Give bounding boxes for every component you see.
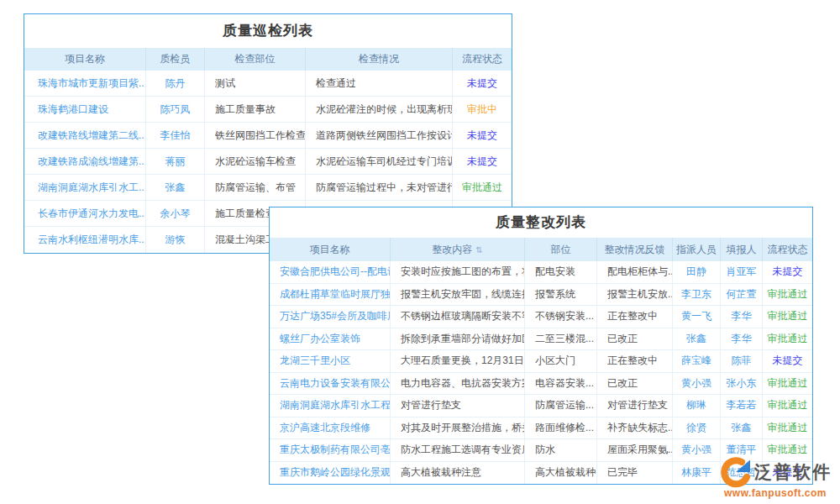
project-name-link[interactable]: 长春市伊通河水力发电...	[24, 201, 146, 226]
rectification-table-body: 安徽合肥供电公司--配电设备...安装时应按施工图的布置，将...配电安装配电柜…	[270, 261, 812, 484]
part-cell: 配电安装	[525, 261, 597, 283]
table-row: 珠海市城市更新项目紫...陈丹测试检查通过未提交	[24, 71, 512, 97]
project-name-link[interactable]: 湖南洞庭湖水库引水工程施工标	[270, 395, 391, 417]
part-cell: 防腐管运输...	[525, 395, 597, 417]
project-name-link[interactable]: 改建铁路成渝线增建第...	[24, 149, 146, 174]
part-cell: 电容器安装...	[525, 373, 597, 395]
feedback-cell: 正在整改中	[597, 306, 673, 328]
column-header-part: 部位	[525, 238, 597, 261]
reporter-link[interactable]: 何芷萱	[721, 284, 763, 306]
content-cell: 报警主机安放牢固，线缆连接...	[391, 284, 525, 306]
table-row: 改建铁路成渝线增建第...蒋丽水泥砼运输车检查水泥砼运输车司机经过专门培训...…	[24, 149, 512, 175]
project-name-link[interactable]: 云南电力设备安装有限公司20...	[270, 373, 391, 395]
status-text: 审批通过	[763, 328, 812, 350]
content-cell: 拆除到承重墙部分请做好加固...	[391, 328, 525, 350]
inspector-link[interactable]: 游恢	[146, 227, 205, 253]
column-header-label: 检查情况	[359, 52, 399, 66]
reporter-link[interactable]: 李华	[721, 306, 763, 328]
sort-icon[interactable]: ⇅	[475, 245, 482, 255]
table-row: 龙湖三千里小区大理石质量更换，12月31日之...小区大门正在整改中薛宝峰陈菲未…	[270, 350, 812, 373]
status-text: 审批中	[453, 97, 512, 122]
part-cell: 防腐管运输、布管	[205, 175, 306, 200]
feedback-cell: 对管进行垫支	[597, 395, 673, 417]
assignee-link[interactable]: 黄小强	[673, 439, 721, 461]
inspector-link[interactable]: 陈丹	[146, 71, 205, 96]
inspector-link[interactable]: 张鑫	[146, 175, 205, 200]
table-row: 珠海鹤港口建设陈巧凤施工质量事故水泥砼灌注的时候，出现离析现象审批中	[24, 97, 512, 123]
content-cell: 不锈钢边框玻璃隔断安装不牢...	[391, 306, 525, 328]
situation-cell: 防腐管运输过程中，未对管进行...	[306, 175, 453, 200]
project-name-link[interactable]: 成都杜甫草堂临时展厅独立展...	[270, 284, 391, 306]
reporter-link[interactable]: 张小东	[721, 373, 763, 395]
column-header-content[interactable]: 整改内容⇅	[391, 238, 525, 261]
part-cell: 不锈钢安装...	[525, 306, 597, 328]
project-name-link[interactable]: 重庆太极制药有限公司亳州中...	[270, 439, 391, 461]
part-cell: 测试	[205, 71, 306, 96]
assignee-link[interactable]: 徐贤	[673, 417, 721, 439]
assignee-link[interactable]: 薛宝峰	[673, 350, 721, 372]
project-name-link[interactable]: 重庆市鹅岭公园绿化景观提升...	[270, 462, 391, 485]
feedback-cell: 已改正	[597, 373, 673, 395]
project-name-link[interactable]: 改建铁路线增建第二线...	[24, 123, 146, 148]
situation-cell: 水泥砼运输车司机经过专门培训...	[306, 149, 453, 174]
watermark: 泛普软件 www.fanpusoft.com	[719, 455, 832, 499]
column-header-project-name: 项目名称	[270, 238, 391, 261]
inspector-link[interactable]: 余小琴	[146, 201, 205, 226]
assignee-link[interactable]: 柳琳	[673, 395, 721, 417]
project-name-link[interactable]: 安徽合肥供电公司--配电设备...	[270, 261, 391, 283]
project-name-link[interactable]: 京沪高速北京段维修	[270, 417, 391, 439]
inspector-link[interactable]: 李佳怡	[146, 123, 205, 148]
rectification-table-header: 项目名称整改内容⇅部位整改情况反馈指派人员填报人流程状态	[270, 238, 812, 261]
column-header-part: 检查部位	[205, 48, 306, 71]
reporter-link[interactable]: 张鑫	[721, 417, 763, 439]
project-name-link[interactable]: 云南水利枢纽潜明水库...	[24, 227, 146, 253]
inspection-table-title: 质量巡检列表	[24, 14, 512, 48]
project-name-link[interactable]: 龙湖三千里小区	[270, 350, 391, 372]
column-header-label: 指派人员	[676, 243, 717, 257]
rectification-table: 质量整改列表 项目名称整改内容⇅部位整改情况反馈指派人员填报人流程状态 安徽合肥…	[269, 207, 813, 485]
assignee-link[interactable]: 黄小强	[673, 373, 721, 395]
column-header-label: 整改情况反馈	[605, 243, 665, 257]
reporter-link[interactable]: 肖亚军	[721, 261, 763, 283]
assignee-link[interactable]: 张鑫	[673, 328, 721, 350]
status-text: 审批通过	[763, 284, 812, 306]
feedback-cell: 屋面采用聚氨...	[597, 439, 673, 461]
project-name-link[interactable]: 万达广场35#会所及咖啡厅空...	[270, 306, 391, 328]
feedback-cell: 已改正	[597, 328, 673, 350]
assignee-link[interactable]: 林康平	[673, 462, 721, 485]
status-text: 未提交	[453, 71, 512, 96]
project-name-link[interactable]: 珠海市城市更新项目紫...	[24, 71, 146, 96]
reporter-link[interactable]: 陈菲	[721, 350, 763, 372]
status-text: 审批通过	[763, 306, 812, 328]
watermark-brand: 泛普软件	[754, 460, 832, 484]
assignee-link[interactable]: 田静	[673, 261, 721, 283]
feedback-cell: 报警主机安放...	[597, 284, 673, 306]
reporter-link[interactable]: 李若若	[721, 395, 763, 417]
status-text: 未提交	[763, 350, 812, 372]
assignee-link[interactable]: 李卫东	[673, 284, 721, 306]
table-row: 万达广场35#会所及咖啡厅空...不锈钢边框玻璃隔断安装不牢...不锈钢安装..…	[270, 306, 812, 328]
rectification-table-title: 质量整改列表	[270, 207, 812, 238]
table-row: 安徽合肥供电公司--配电设备...安装时应按施工图的布置，将...配电安装配电柜…	[270, 261, 812, 284]
part-cell: 路面维修检...	[525, 417, 597, 439]
column-header-situation: 检查情况	[306, 48, 453, 71]
part-cell: 小区大门	[525, 350, 597, 372]
situation-cell: 水泥砼灌注的时候，出现离析现象	[306, 97, 453, 122]
reporter-link[interactable]: 李华	[721, 328, 763, 350]
column-header-label: 流程状态	[462, 52, 502, 66]
status-text: 未提交	[453, 149, 512, 174]
status-text: 审批通过	[453, 175, 512, 200]
column-header-label: 质检员	[160, 52, 191, 66]
part-cell: 报警系统	[525, 284, 597, 306]
inspector-link[interactable]: 陈巧凤	[146, 97, 205, 122]
column-header-inspector: 质检员	[146, 48, 205, 71]
column-header-feedback: 整改情况反馈	[597, 238, 673, 261]
project-name-link[interactable]: 珠海鹤港口建设	[24, 97, 146, 122]
column-header-project-name: 项目名称	[24, 48, 146, 71]
inspector-link[interactable]: 蒋丽	[146, 149, 205, 174]
status-text: 审批通过	[763, 395, 812, 417]
assignee-link[interactable]: 黄一飞	[673, 306, 721, 328]
column-header-label: 项目名称	[65, 52, 105, 66]
project-name-link[interactable]: 湖南洞庭湖水库引水工...	[24, 175, 146, 200]
project-name-link[interactable]: 螺丝厂办公室装饰	[270, 328, 391, 350]
